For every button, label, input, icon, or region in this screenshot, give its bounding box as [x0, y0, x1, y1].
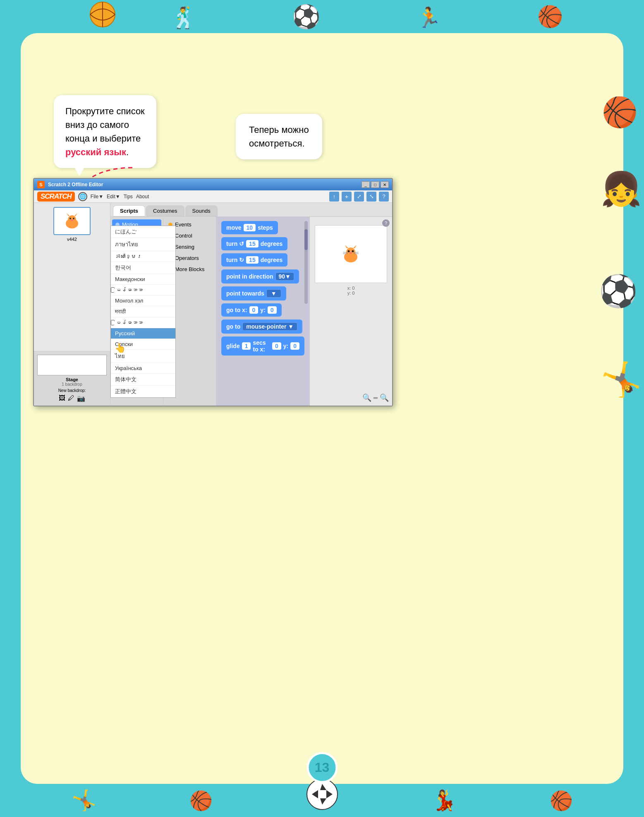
stage-thumbnail[interactable] — [37, 355, 107, 375]
block-goto-pointer[interactable]: go to mouse-pointer ▼ — [221, 320, 302, 334]
block-point-direction[interactable]: point in direction 90▼ — [221, 269, 299, 284]
soccer-deco-top: ⚽ — [292, 3, 321, 30]
lang-item-thai1[interactable]: ภาษาไทย — [111, 238, 175, 251]
scrollbar-thumb[interactable] — [304, 229, 308, 250]
share-icon[interactable]: ↑ — [329, 192, 339, 202]
girl-deco-bottom: 🤸 — [72, 789, 96, 812]
scratch-title-icon: S — [37, 181, 45, 188]
block-goto-xy[interactable]: go to x: 0 y: 0 — [221, 303, 282, 317]
help-circle[interactable]: ? — [382, 219, 390, 227]
stage-preview-panel: ? — [309, 217, 392, 406]
new-backdrop-label: New backdrop: — [37, 388, 107, 393]
lang-item-marathi[interactable]: मराठी — [111, 306, 175, 317]
stage-preview-canvas — [315, 225, 387, 283]
svg-marker-18 — [345, 245, 348, 248]
block-point-dir-text: point in direction — [226, 273, 273, 280]
y-coord: y: 0 — [347, 291, 355, 296]
cat-events-label: Events — [175, 221, 192, 228]
stage-section: Stage 1 backdrop New backdrop: 🖼 🖊 📷 — [34, 351, 110, 406]
basketball-bottom-1: 🏀 — [189, 790, 213, 812]
lang-item-myanmar2[interactable]: မြန်မာဘာသာ — [111, 317, 175, 328]
close-btn[interactable]: ✕ — [381, 181, 389, 188]
expand-icon[interactable]: ⤢ — [354, 192, 364, 202]
lang-item-khmer[interactable]: ភាសាខ្មែរ — [111, 251, 175, 262]
blocks-list: move 10 steps turn ↺ 15 degrees turn — [216, 217, 309, 406]
block-turn-right[interactable]: turn ↻ 15 degrees — [221, 253, 287, 267]
language-btn[interactable]: 🌐 — [78, 192, 87, 201]
minimize-btn[interactable]: _ — [362, 181, 370, 188]
backdrop-icons: 🖼 🖊 📷 — [37, 394, 107, 402]
lang-item-mongolian[interactable]: Монгол хэл — [111, 296, 175, 306]
block-goto-pointer-dropdown[interactable]: mouse-pointer ▼ — [242, 322, 297, 331]
lang-item-burmese[interactable]: မြန်မာဘာသာ — [111, 285, 175, 296]
bottom-strip: 🤸 🏀 💃 🏀 — [0, 784, 644, 817]
menu-file[interactable]: File▼ — [91, 194, 103, 199]
menu-tips[interactable]: Tips — [124, 194, 133, 199]
lang-item-ukrainian[interactable]: Українська — [111, 363, 175, 374]
image-icon[interactable]: 🖼 — [59, 394, 65, 402]
scratch-editor-window: S Scratch 2 Offline Editor _ □ ✕ SCRATCH… — [33, 178, 393, 406]
scrollbar-track[interactable] — [304, 221, 308, 304]
xy-display: x: 0 y: 0 — [347, 286, 355, 296]
block-turn-right-text: turn ↻ — [226, 257, 244, 263]
block-glide-y: 0 — [290, 342, 299, 350]
paint-icon[interactable]: 🖊 — [68, 394, 74, 402]
block-move[interactable]: move 10 steps — [221, 221, 278, 234]
callout-bubble-right: Теперь можноосмотреться. — [236, 114, 322, 159]
svg-point-20 — [348, 250, 350, 252]
tab-costumes[interactable]: Costumes — [146, 205, 184, 216]
tab-scripts[interactable]: Scripts — [113, 205, 145, 216]
lang-item-chinese-traditional[interactable]: 正體中文 — [111, 386, 175, 397]
sprite-thumbnail[interactable] — [53, 207, 91, 235]
block-turn-right-suffix: degrees — [261, 257, 283, 263]
stage-label: Stage — [37, 377, 107, 382]
editor-body: v442 Stage 1 backdrop New backdrop: 🖼 🖊 … — [34, 203, 392, 406]
zoom-out-icon[interactable]: 🔍 — [362, 393, 371, 402]
basketball-deco-1 — [89, 1, 116, 28]
lang-item-macedonian[interactable]: Македонски — [111, 274, 175, 285]
scratch-menubar: SCRATCH 🌐 File▼ Edit▼ Tips About ↑ + ⤢ ⤡… — [34, 190, 392, 203]
menu-icons-right: ↑ + ⤢ ⤡ ? — [329, 192, 389, 202]
block-glide-num1: 1 — [242, 342, 251, 350]
cat-more-label: More Blocks — [175, 266, 205, 272]
zoom-controls: 🔍 ═ 🔍 — [362, 393, 389, 402]
camera-icon[interactable]: 📷 — [77, 394, 85, 402]
block-point-towards-dropdown[interactable]: ▼ — [266, 289, 281, 298]
bubble-right-text: Теперь можноосмотреться. — [249, 125, 309, 149]
block-glide-text: glide — [226, 343, 240, 349]
runner-deco-top: 🏃 — [417, 6, 441, 29]
callout-bubble-left: Прокрутите списоквниз до самогоконца и в… — [54, 95, 156, 168]
zoom-equal-icon[interactable]: ═ — [373, 394, 378, 401]
block-turn-left[interactable]: turn ↺ 15 degrees — [221, 237, 287, 250]
scratch-title-text: Scratch 2 Offline Editor — [48, 182, 103, 187]
svg-point-22 — [350, 252, 352, 254]
block-glide[interactable]: glide 1 secs to x: 0 y: 0 — [221, 336, 304, 356]
maximize-btn[interactable]: □ — [371, 181, 379, 188]
lang-item-japanese[interactable]: にほんご — [111, 226, 175, 238]
language-dropdown[interactable]: にほんご ภาษาไทย ភាសាខ្មែរ 한국어 Македонски မြ… — [110, 226, 176, 398]
block-goto-x: 0 — [249, 306, 259, 314]
help-icon[interactable]: ? — [379, 192, 389, 202]
block-glide-y-label: y: — [283, 343, 288, 349]
tabs-row: Scripts Costumes Sounds — [110, 203, 392, 216]
lang-item-russian[interactable]: Русский — [111, 328, 175, 339]
basketball-deco-2: 🏀 — [537, 5, 563, 29]
block-turn-left-suffix: degrees — [261, 240, 283, 247]
menu-about[interactable]: About — [136, 194, 149, 199]
block-move-text: move — [226, 224, 242, 231]
menu-edit[interactable]: Edit▼ — [107, 194, 120, 199]
right-deco-girl: 👧 — [601, 170, 642, 209]
cat-control-label: Control — [175, 233, 192, 239]
lang-item-korean[interactable]: 한국어 — [111, 262, 175, 274]
stage-sublabel: 1 backdrop — [37, 382, 107, 387]
lang-item-chinese-simplified[interactable]: 简体中文 — [111, 374, 175, 386]
top-strip: 🕺 ⚽ 🏃 🏀 — [0, 0, 644, 33]
add-icon[interactable]: + — [342, 192, 352, 202]
cat-sensing-label: Sensing — [175, 244, 194, 250]
tab-sounds[interactable]: Sounds — [185, 205, 218, 216]
zoom-in-icon[interactable]: 🔍 — [380, 393, 389, 402]
scratch-titlebar: S Scratch 2 Offline Editor _ □ ✕ — [34, 179, 392, 190]
block-point-towards[interactable]: point towards ▼ — [221, 286, 286, 300]
svg-marker-12 — [74, 213, 77, 216]
compress-icon[interactable]: ⤡ — [366, 192, 376, 202]
